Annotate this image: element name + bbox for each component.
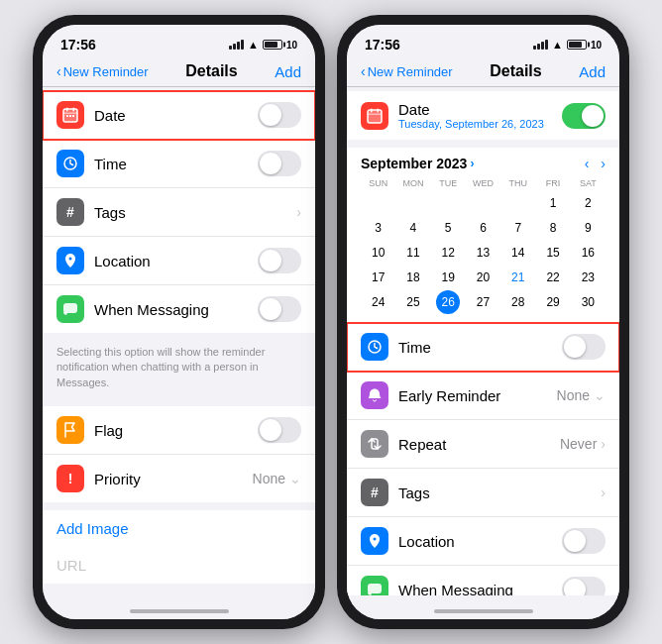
nav-bar-1: ‹ New Reminder Details Add — [43, 60, 315, 87]
date-sublabel-2: Tuesday, September 26, 2023 — [398, 118, 562, 130]
svg-rect-14 — [378, 108, 380, 112]
date-label-group-2: Date Tuesday, September 26, 2023 — [398, 101, 562, 130]
svg-rect-4 — [63, 113, 77, 115]
priority-icon-1: ! — [56, 465, 84, 492]
when-messaging-toggle-1[interactable] — [258, 296, 301, 322]
nav-add-2[interactable]: Add — [579, 63, 606, 80]
tags-icon-2: # — [361, 479, 388, 506]
when-messaging-icon-1 — [56, 295, 84, 323]
row-tags-1[interactable]: # Tags › — [43, 188, 315, 237]
repeat-value-2: Never — [560, 436, 597, 452]
time-label-2: Time — [398, 339, 562, 356]
cal-week-4: 17 18 19 20 21 22 23 — [361, 266, 606, 289]
svg-rect-3 — [73, 108, 75, 112]
row-priority-1[interactable]: ! Priority None ⌄ — [43, 455, 315, 502]
add-image-link-1[interactable]: Add Image — [43, 510, 315, 547]
date-toggle-1[interactable] — [258, 102, 301, 128]
location-icon-2 — [361, 527, 388, 555]
time-toggle-2[interactable] — [562, 334, 606, 360]
cal-week-2: 3 4 5 6 7 8 9 — [361, 216, 606, 240]
url-row-1[interactable]: URL — [43, 547, 315, 584]
svg-rect-10 — [63, 303, 77, 313]
priority-chevron-1: ⌄ — [289, 471, 301, 486]
row-tags-2[interactable]: # Tags › — [347, 469, 619, 517]
repeat-label-2: Repeat — [398, 436, 560, 453]
row-time-1[interactable]: Time — [43, 140, 315, 188]
signal-icon-1 — [229, 40, 244, 50]
phone-2: 17:56 ▲ 10 ‹ New Reminder D — [337, 15, 629, 629]
row-repeat-2[interactable]: Repeat Never › — [347, 420, 619, 469]
status-time-1: 17:56 — [60, 37, 96, 53]
nav-back-2[interactable]: ‹ New Reminder — [361, 63, 453, 79]
row-location-1[interactable]: Location — [43, 237, 315, 285]
when-messaging-toggle-2[interactable] — [562, 577, 606, 595]
cal-weekdays-2: SUN MON TUE WED THU FRI SAT — [361, 177, 606, 189]
scroll-content-2: Date Tuesday, September 26, 2023 Septemb… — [347, 87, 619, 595]
nav-back-1[interactable]: ‹ New Reminder — [56, 63, 149, 79]
signal-icon-2 — [533, 40, 548, 50]
tags-chevron-2: › — [601, 484, 606, 500]
early-reminder-label-2: Early Reminder — [398, 387, 557, 404]
svg-rect-15 — [368, 113, 382, 115]
scroll-content-1: Date Time # — [43, 87, 315, 595]
early-reminder-icon-2 — [361, 381, 388, 409]
location-toggle-2[interactable] — [562, 528, 606, 554]
svg-rect-6 — [69, 115, 71, 117]
location-toggle-1[interactable] — [258, 248, 301, 273]
time-toggle-1[interactable] — [258, 151, 301, 176]
wifi-icon-1: ▲ — [248, 39, 259, 51]
row-location-2[interactable]: Location — [347, 517, 619, 566]
early-reminder-chevron-2: ⌄ — [594, 387, 606, 403]
section-flag-1: Flag ! Priority None ⌄ — [43, 406, 315, 502]
early-reminder-value-2: None — [557, 387, 590, 403]
svg-rect-18 — [368, 584, 382, 593]
row-when-messaging-1[interactable]: When Messaging — [43, 285, 315, 333]
home-bar-2 — [434, 609, 533, 613]
date-label-1: Date — [94, 107, 258, 124]
nav-add-1[interactable]: Add — [275, 63, 301, 80]
status-time-2: 17:56 — [365, 37, 400, 53]
flag-label-1: Flag — [94, 422, 258, 439]
add-image-text-1: Add Image — [56, 520, 129, 537]
tags-label-2: Tags — [398, 484, 597, 501]
flag-toggle-1[interactable] — [258, 417, 301, 443]
row-flag-1[interactable]: Flag — [43, 406, 315, 455]
time-icon-2 — [361, 333, 388, 361]
calendar-header-2: September 2023 › ‹ › — [361, 156, 606, 171]
tags-chevron-1: › — [296, 204, 301, 220]
row-time-2[interactable]: Time — [347, 323, 619, 372]
nav-bar-2: ‹ New Reminder Details Add — [347, 60, 619, 87]
cal-week-1: 1 2 — [361, 191, 606, 215]
date-label-2: Date — [398, 101, 562, 118]
nav-back-label-2: New Reminder — [368, 64, 453, 79]
status-icons-2: ▲ 10 — [533, 39, 602, 51]
location-label-1: Location — [94, 253, 258, 269]
battery-icon-2 — [567, 40, 587, 50]
svg-rect-2 — [66, 108, 68, 112]
calendar-grid-2: SUN MON TUE WED THU FRI SAT — [361, 177, 606, 314]
battery-percent-2: 10 — [591, 40, 602, 51]
cal-week-3: 10 11 12 13 14 15 16 — [361, 241, 606, 265]
battery-icon-1 — [263, 40, 282, 50]
row-date-1[interactable]: Date — [43, 91, 315, 140]
url-placeholder-1: URL — [56, 557, 86, 574]
home-bar-1 — [130, 609, 229, 613]
cal-prev-2[interactable]: ‹ — [585, 156, 590, 171]
section-date-2: Date Tuesday, September 26, 2023 — [347, 91, 619, 140]
row-when-messaging-2[interactable]: When Messaging — [347, 566, 619, 595]
nav-back-label-1: New Reminder — [63, 64, 149, 79]
date-icon-2 — [361, 102, 388, 130]
repeat-icon-2 — [361, 430, 388, 458]
row-early-reminder-2[interactable]: Early Reminder None ⌄ — [347, 372, 619, 420]
back-chevron-1: ‹ — [56, 63, 61, 79]
wifi-icon-2: ▲ — [552, 39, 563, 51]
tags-label-1: Tags — [94, 204, 292, 221]
cal-week-5: 24 25 26 27 28 29 30 — [361, 290, 606, 314]
row-date-2[interactable]: Date Tuesday, September 26, 2023 — [347, 91, 619, 140]
calendar-section-2: September 2023 › ‹ › SUN MON TUE WED THU — [347, 148, 619, 323]
cal-next-2[interactable]: › — [601, 156, 606, 171]
nav-title-2: Details — [490, 62, 541, 80]
calendar-month-2: September 2023 › — [361, 156, 474, 171]
time-icon-1 — [56, 150, 84, 177]
date-toggle-2[interactable] — [562, 103, 606, 129]
